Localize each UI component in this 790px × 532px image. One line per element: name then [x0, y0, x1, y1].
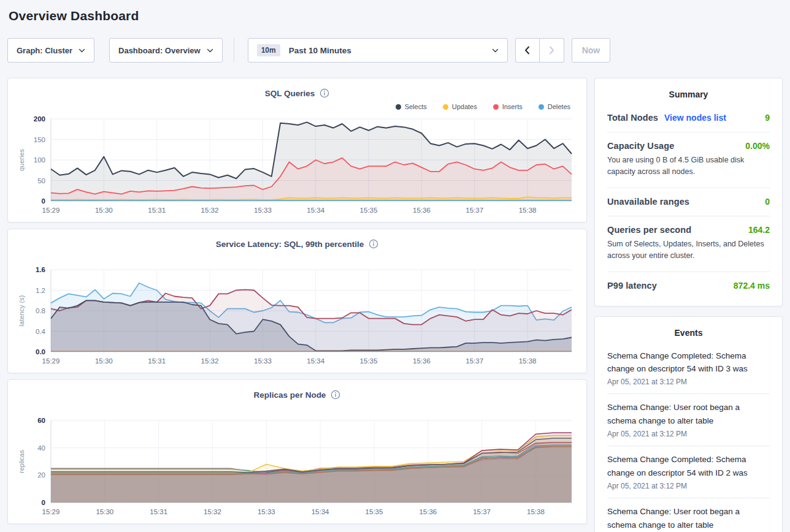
- svg-text:1.2: 1.2: [36, 287, 45, 294]
- svg-text:latency (s): latency (s): [18, 295, 25, 327]
- svg-text:15:36: 15:36: [419, 508, 437, 515]
- event-text: Schema Change Completed: Schema change o…: [607, 349, 770, 376]
- page-title: Overview Dashboard: [9, 9, 783, 23]
- svg-text:15:38: 15:38: [519, 207, 537, 214]
- event-text: Schema Change Completed: Schema change o…: [607, 453, 770, 480]
- svg-text:15:36: 15:36: [413, 207, 431, 214]
- svg-text:60: 60: [37, 417, 45, 424]
- svg-text:50: 50: [37, 177, 45, 184]
- legend-dot: [396, 104, 401, 110]
- event-item: Schema Change: User root began a schema …: [607, 498, 770, 532]
- event-timestamp: Apr 05, 2021 at 3:12 PM: [607, 482, 770, 490]
- time-range-label: Past 10 Minutes: [289, 46, 351, 55]
- summary-value: 0: [765, 197, 770, 207]
- legend-item-selects[interactable]: Selects: [396, 103, 427, 110]
- svg-text:40: 40: [37, 444, 45, 452]
- legend-spacer: [15, 401, 579, 416]
- legend-dot: [443, 104, 448, 110]
- svg-text:15:29: 15:29: [42, 357, 60, 365]
- summary-label: Unavailable ranges: [607, 197, 689, 207]
- chevron-down-icon: [492, 48, 499, 53]
- info-icon[interactable]: [320, 88, 329, 98]
- chart-legend: Selects Updates Inserts Deletes: [15, 99, 579, 114]
- replicas-per-node-card: Replicas per Node 020406015:2915:3015:31…: [7, 379, 587, 524]
- svg-text:15:32: 15:32: [201, 357, 219, 365]
- replicas-per-node-chart[interactable]: 020406015:2915:3015:3115:3215:3315:3415:…: [15, 416, 579, 519]
- svg-text:queries: queries: [18, 148, 25, 171]
- service-latency-chart[interactable]: 0.00.40.81.21.615:2915:3015:3115:3215:33…: [15, 265, 579, 368]
- svg-text:15:34: 15:34: [312, 508, 329, 515]
- summary-title: Summary: [607, 89, 770, 99]
- summary-label: Capacity Usage: [607, 141, 674, 151]
- chart-title: Replicas per Node: [254, 390, 326, 400]
- charts-column: SQL Queries Selects Updates Inserts Dele…: [7, 78, 587, 532]
- overview-dashboard-page: Overview Dashboard Graph: Cluster Dashbo…: [0, 0, 790, 532]
- time-range-badge: 10m: [257, 44, 280, 56]
- svg-text:0.4: 0.4: [36, 328, 46, 335]
- svg-text:15:35: 15:35: [360, 207, 378, 214]
- svg-text:replicas: replicas: [18, 450, 25, 473]
- chart-title: Service Latency: SQL, 99th percentile: [216, 240, 364, 249]
- legend-item-deletes[interactable]: Deletes: [539, 103, 570, 110]
- event-timestamp: Apr 05, 2021 at 3:12 PM: [607, 430, 770, 438]
- summary-row-total-nodes: Total Nodes View nodes list 9: [607, 104, 770, 132]
- summary-value: 0.00%: [745, 141, 770, 151]
- svg-text:15:30: 15:30: [95, 357, 113, 365]
- svg-text:15:35: 15:35: [366, 508, 383, 515]
- events-title: Events: [607, 328, 770, 338]
- summary-panel: Summary Total Nodes View nodes list 9 Ca…: [594, 78, 783, 306]
- summary-value: 164.2: [748, 225, 770, 235]
- svg-text:15:32: 15:32: [201, 207, 219, 214]
- legend-label: Updates: [452, 103, 477, 110]
- svg-text:15:37: 15:37: [473, 508, 491, 515]
- svg-text:100: 100: [34, 156, 45, 164]
- event-text: Schema Change: User root began a schema …: [607, 401, 770, 428]
- svg-text:15:34: 15:34: [307, 357, 324, 365]
- svg-text:15:36: 15:36: [413, 357, 431, 365]
- svg-text:15:32: 15:32: [204, 508, 221, 515]
- view-nodes-list-link[interactable]: View nodes list: [664, 113, 726, 123]
- summary-row-unavailable-ranges: Unavailable ranges 0: [607, 188, 770, 216]
- chevron-left-icon: [524, 46, 530, 55]
- svg-text:0.0: 0.0: [36, 348, 45, 355]
- summary-value: 9: [765, 113, 770, 123]
- svg-text:150: 150: [34, 136, 45, 143]
- svg-text:15:33: 15:33: [258, 508, 275, 515]
- info-icon[interactable]: [331, 390, 340, 400]
- sql-queries-chart[interactable]: 05010015020015:2915:3015:3115:3215:3315:…: [15, 114, 579, 217]
- svg-text:15:31: 15:31: [148, 207, 166, 214]
- svg-text:15:38: 15:38: [527, 508, 545, 515]
- legend-dot: [539, 104, 544, 110]
- graph-dropdown-label: Graph: Cluster: [17, 46, 72, 55]
- graph-dropdown[interactable]: Graph: Cluster: [7, 38, 94, 63]
- svg-text:20: 20: [37, 471, 45, 479]
- chevron-right-icon: [549, 46, 554, 55]
- summary-note: Sum of Selects, Updates, Inserts, and De…: [607, 238, 770, 262]
- legend-label: Selects: [405, 103, 427, 110]
- svg-text:200: 200: [34, 115, 45, 123]
- event-text: Schema Change: User root began a schema …: [607, 505, 770, 532]
- svg-text:15:37: 15:37: [466, 207, 483, 214]
- sql-queries-card: SQL Queries Selects Updates Inserts Dele…: [7, 78, 587, 222]
- svg-text:15:29: 15:29: [42, 508, 60, 515]
- legend-item-inserts[interactable]: Inserts: [493, 103, 523, 110]
- now-button[interactable]: Now: [572, 38, 611, 63]
- chevron-down-icon: [79, 48, 85, 53]
- prev-range-button[interactable]: [515, 38, 540, 63]
- next-range-button[interactable]: [540, 38, 564, 63]
- svg-text:15:29: 15:29: [42, 207, 60, 214]
- info-icon[interactable]: [369, 239, 378, 249]
- chart-title-row: Service Latency: SQL, 99th percentile: [15, 238, 579, 250]
- summary-label: P99 latency: [607, 281, 657, 291]
- dashboard-dropdown[interactable]: Dashboard: Overview: [109, 38, 223, 63]
- time-range-selector[interactable]: 10m Past 10 Minutes: [248, 38, 508, 63]
- toolbar: Graph: Cluster Dashboard: Overview 10m P…: [7, 38, 783, 63]
- main-content: SQL Queries Selects Updates Inserts Dele…: [7, 78, 783, 532]
- legend-dot: [493, 104, 499, 110]
- summary-note: You are using 0 B of 4.5 GiB usable disk…: [607, 154, 770, 178]
- legend-label: Inserts: [502, 103, 523, 110]
- summary-row-capacity-usage: Capacity Usage 0.00% You are using 0 B o…: [607, 132, 770, 188]
- legend-item-updates[interactable]: Updates: [443, 103, 477, 110]
- svg-text:15:33: 15:33: [254, 207, 272, 214]
- svg-text:1.6: 1.6: [36, 266, 45, 273]
